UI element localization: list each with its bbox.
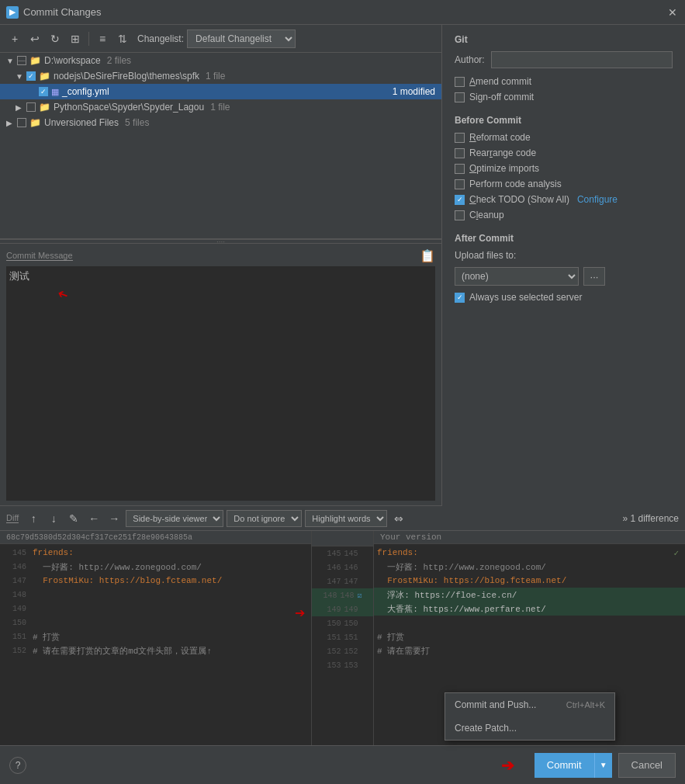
check-todo-checkbox[interactable]: ✓ xyxy=(455,195,465,205)
file-type-icon: ▦ xyxy=(51,87,59,97)
diff-line: 146 一好酱: http://www.zonegood.com/ xyxy=(0,560,311,574)
tree-item-nodejs[interactable]: ▼ ✓ 📁 nodejs\DeSireFireBlog\themes\spfk … xyxy=(0,68,441,84)
separator xyxy=(88,32,89,46)
close-button[interactable]: ✕ xyxy=(666,6,679,19)
diff-line-added: 大香蕉: https://www.perfare.net/ xyxy=(374,602,685,616)
diff-label: Diff xyxy=(6,513,19,523)
diff-toolbar: Diff ↑ ↓ ✎ ← → Side-by-side viewer Do no… xyxy=(0,506,685,531)
expand-button[interactable]: ⇅ xyxy=(114,30,131,47)
folder-icon: 📁 xyxy=(39,102,50,113)
code-analysis-checkbox[interactable] xyxy=(455,179,465,189)
tree-item-workspace[interactable]: ▼ — 📁 D:\workspace 2 files xyxy=(0,53,441,68)
diff-line: 151 # 打赏 xyxy=(0,630,311,644)
create-patch-item[interactable]: Create Patch... xyxy=(445,716,614,740)
diff-left-header: 68c79d5380d52d304cf317ce251f28e90643885a xyxy=(0,531,311,544)
changelist-select[interactable]: Default Changelist xyxy=(187,29,296,48)
commit-btn-group: Commit ▼ xyxy=(535,753,612,778)
tree-item-config[interactable]: ▶ ✓ ▦ _config.yml 1 modified xyxy=(0,84,441,99)
config-filename: _config.yml xyxy=(62,86,109,97)
signoff-checkbox[interactable] xyxy=(455,92,465,102)
toolbar: + ↩ ↻ ⊞ ≡ ⇅ Changelist: Default Changeli… xyxy=(0,25,441,53)
diff-left-lines: 145 friends: 146 一好酱: http://www.zonegoo… xyxy=(0,544,311,659)
diff-back-btn[interactable]: ← xyxy=(85,510,102,527)
always-use-server-checkbox[interactable]: ✓ xyxy=(455,293,465,303)
collapse-button[interactable]: ≡ xyxy=(94,30,111,47)
highlight-select[interactable]: Highlight words xyxy=(305,510,387,527)
ignore-select[interactable]: Do not ignore xyxy=(227,510,302,527)
right-panel: Git Author: Amend commit Sign-off commit xyxy=(442,25,685,506)
upload-browse-btn[interactable]: ··· xyxy=(583,267,605,286)
reformat-checkbox[interactable] xyxy=(455,133,465,143)
expand-arrow: ▶ xyxy=(16,103,23,112)
check-todo-label: Check TODO (Show All) xyxy=(469,194,569,205)
config-checkbox[interactable]: ✓ xyxy=(39,87,48,96)
create-patch-label: Create Patch... xyxy=(455,723,517,734)
commit-message-input[interactable]: 测试 xyxy=(6,266,435,501)
amend-commit-row: Amend commit xyxy=(455,76,673,87)
diff-fwd-btn[interactable]: → xyxy=(106,510,123,527)
upload-label: Upload files to: xyxy=(455,250,516,261)
unversioned-name: Unversioned Files xyxy=(44,117,119,128)
diff-down-btn[interactable]: ↓ xyxy=(45,510,62,527)
upload-row: Upload files to: xyxy=(455,250,673,261)
add-button[interactable]: + xyxy=(6,30,23,47)
expand-arrow: ▼ xyxy=(16,72,23,81)
diff-line: 148 xyxy=(0,588,311,602)
tree-item-python[interactable]: ▶ 📁 PythonSpace\Spyder\Spyder_Lagou 1 fi… xyxy=(0,99,441,115)
diff-section: Diff ↑ ↓ ✎ ← → Side-by-side viewer Do no… xyxy=(0,506,685,784)
amend-checkbox[interactable] xyxy=(455,77,465,87)
help-button[interactable]: ? xyxy=(9,757,26,774)
upload-controls-row: (none) ··· xyxy=(455,267,673,286)
optimize-label: Optimize imports xyxy=(469,163,539,174)
diff-line-added: 浮冰: https://floe-ice.cn/ xyxy=(374,588,685,602)
signoff-label: Sign-off commit xyxy=(469,92,534,102)
template-icon[interactable]: 📋 xyxy=(420,248,435,263)
viewer-select[interactable]: Side-by-side viewer xyxy=(126,510,223,527)
workspace-checkbox[interactable]: — xyxy=(17,56,26,65)
diff-line: # 请在需要打 xyxy=(374,644,685,657)
diff-up-btn[interactable]: ↑ xyxy=(25,510,42,527)
cleanup-label: Cleanup xyxy=(469,210,504,220)
diff-line: 149 xyxy=(0,602,311,616)
commit-message-label: Commit Message xyxy=(6,251,73,261)
commit-and-push-label: Commit and Push... xyxy=(455,699,536,710)
upload-select[interactable]: (none) xyxy=(455,267,579,286)
tree-item-unversioned[interactable]: ▶ 📁 Unversioned Files 5 files xyxy=(0,115,441,130)
diff-left-panel: 68c79d5380d52d304cf317ce251f28e90643885a… xyxy=(0,531,312,745)
commit-button[interactable]: Commit xyxy=(535,753,594,778)
expand-arrow: ▶ xyxy=(6,119,14,127)
reformat-label: Reformat code xyxy=(469,132,531,143)
configure-link[interactable]: Configure xyxy=(577,194,618,205)
commit-and-push-shortcut: Ctrl+Alt+K xyxy=(566,700,605,709)
app-icon: ▶ xyxy=(6,6,19,19)
refresh-button[interactable]: ↻ xyxy=(47,30,64,47)
window-title: Commit Changes xyxy=(23,6,101,18)
commit-message-area: Commit Message 📋 测试 xyxy=(0,244,441,506)
nodejs-checkbox[interactable]: ✓ xyxy=(26,71,36,81)
author-input[interactable] xyxy=(491,51,673,68)
changelist-label: Changelist: xyxy=(137,33,184,44)
diff-line: 152 # 请在需要打赏的文章的md文件头部，设置属↑ xyxy=(0,644,311,657)
diff-button[interactable]: ⊞ xyxy=(67,30,84,47)
bottom-right: Commit ▼ Cancel xyxy=(535,753,676,778)
code-analysis-label: Perform code analysis xyxy=(469,179,562,189)
cancel-button[interactable]: Cancel xyxy=(618,753,676,778)
diff-edit-btn[interactable]: ✎ xyxy=(65,510,82,527)
modified-count: 1 modified xyxy=(393,86,435,97)
undo-button[interactable]: ↩ xyxy=(26,30,43,47)
signoff-row: Sign-off commit xyxy=(455,92,673,102)
unversioned-checkbox[interactable] xyxy=(17,118,26,127)
code-analysis-row: Perform code analysis xyxy=(455,179,673,189)
commit-and-push-item[interactable]: Commit and Push... Ctrl+Alt+K xyxy=(445,693,614,716)
folder-icon: 📁 xyxy=(29,117,41,128)
folder-icon: 📁 xyxy=(29,55,41,66)
check-todo-row: ✓ Check TODO (Show All) Configure xyxy=(455,194,673,205)
nodejs-count: 1 file xyxy=(206,71,225,82)
cleanup-checkbox[interactable] xyxy=(455,210,465,220)
arrow-indicator: ➔ xyxy=(501,756,514,775)
diff-sync-btn[interactable]: ⇔ xyxy=(390,510,407,527)
optimize-checkbox[interactable] xyxy=(455,164,465,174)
python-checkbox[interactable] xyxy=(26,102,36,112)
rearrange-checkbox[interactable] xyxy=(455,148,465,158)
commit-dropdown-button[interactable]: ▼ xyxy=(594,753,612,778)
